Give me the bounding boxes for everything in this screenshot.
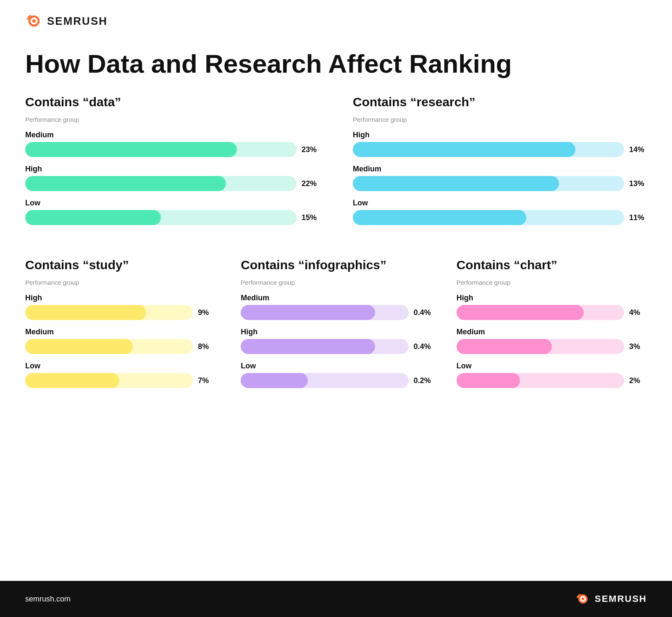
bar-value: 3% (629, 342, 647, 351)
section-data: Contains “data” Performance group Medium… (25, 95, 319, 233)
top-row: Contains “data” Performance group Medium… (25, 95, 647, 233)
bar-fill (25, 176, 226, 191)
bar-row-research-medium: Medium 13% (353, 165, 647, 191)
bar-track (457, 305, 624, 320)
bar-row-research-low: Low 11% (353, 199, 647, 225)
bar-value: 9% (198, 308, 215, 317)
page-title: How Data and Research Affect Ranking (25, 50, 647, 78)
footer-url: semrush.com (25, 595, 71, 604)
bar-label: High (353, 131, 647, 139)
bar-container: 9% (25, 305, 215, 320)
page-wrapper: SEMRUSH How Data and Research Affect Ran… (0, 0, 672, 617)
bar-value: 0.2% (414, 376, 431, 385)
bar-row-chart-high: High 4% (457, 294, 647, 320)
bar-row-chart-low: Low 2% (457, 362, 647, 388)
bar-value: 2% (629, 376, 647, 385)
bar-row-infographics-medium: Medium 0.4% (241, 294, 431, 320)
logo-text: SEMRUSH (47, 15, 108, 28)
bar-track (241, 305, 408, 320)
bar-track (457, 373, 624, 388)
bar-fill (241, 373, 308, 388)
bar-row-data-high: High 22% (25, 165, 319, 191)
bar-fill (241, 339, 375, 354)
bar-container: 14% (353, 142, 647, 157)
header: SEMRUSH (0, 0, 672, 37)
bar-label: Low (25, 199, 319, 207)
section-chart-title: Contains “chart” (457, 258, 647, 272)
bar-track (353, 142, 624, 157)
section-chart-perf-label: Performance group (457, 279, 647, 286)
bar-container: 0.4% (241, 305, 431, 320)
bar-value: 7% (198, 376, 215, 385)
section-study-perf-label: Performance group (25, 279, 215, 286)
bar-container: 15% (25, 210, 319, 225)
bar-row-data-medium: Medium 23% (25, 131, 319, 157)
bar-row-data-low: Low 15% (25, 199, 319, 225)
bar-container: 13% (353, 176, 647, 191)
bar-container: 7% (25, 373, 215, 388)
bar-fill (241, 305, 375, 320)
bar-container: 2% (457, 373, 647, 388)
bar-fill (25, 339, 133, 354)
main-title-section: How Data and Research Affect Ranking (0, 37, 672, 95)
bar-fill (25, 305, 146, 320)
bar-fill (25, 373, 119, 388)
bottom-row: Contains “study” Performance group High … (25, 258, 647, 396)
bar-track (241, 373, 408, 388)
bar-track (457, 339, 624, 354)
bar-track (25, 176, 297, 191)
logo: SEMRUSH (25, 13, 647, 29)
bar-row-study-medium: Medium 8% (25, 328, 215, 354)
footer-logo-text: SEMRUSH (595, 593, 647, 604)
bar-container: 4% (457, 305, 647, 320)
bar-track (353, 210, 624, 225)
bar-track (241, 339, 408, 354)
bar-fill (353, 210, 526, 225)
bar-value: 23% (302, 145, 319, 154)
bar-value: 0.4% (414, 308, 431, 317)
section-data-title: Contains “data” (25, 95, 319, 109)
bar-track (25, 305, 193, 320)
section-research-perf-label: Performance group (353, 116, 647, 123)
bar-track (25, 142, 297, 157)
section-research: Contains “research” Performance group Hi… (353, 95, 647, 233)
bar-value: 4% (629, 308, 647, 317)
bar-fill (25, 142, 237, 157)
bar-value: 14% (629, 145, 647, 154)
bar-row-infographics-high: High 0.4% (241, 328, 431, 354)
bar-row-research-high: High 14% (353, 131, 647, 157)
bar-row-study-low: Low 7% (25, 362, 215, 388)
bar-track (25, 373, 193, 388)
bar-row-study-high: High 9% (25, 294, 215, 320)
bar-fill (353, 142, 575, 157)
bar-container: 8% (25, 339, 215, 354)
bar-track (353, 176, 624, 191)
bar-container: 0.4% (241, 339, 431, 354)
bar-fill (457, 339, 552, 354)
bar-label: High (25, 165, 319, 173)
bar-value: 13% (629, 179, 647, 188)
bar-container: 0.2% (241, 373, 431, 388)
bar-container: 11% (353, 210, 647, 225)
bar-fill (25, 210, 161, 225)
bar-label: Medium (353, 165, 647, 173)
section-research-title: Contains “research” (353, 95, 647, 109)
bar-container: 23% (25, 142, 319, 157)
footer-semrush-logo-icon (575, 593, 591, 605)
bar-label: High (241, 328, 431, 336)
bar-value: 15% (302, 213, 319, 222)
bar-value: 0.4% (414, 342, 431, 351)
bar-label: Low (241, 362, 431, 370)
bar-label: Low (353, 199, 647, 207)
bar-fill (457, 305, 584, 320)
bar-label: Low (457, 362, 647, 370)
bar-label: Medium (457, 328, 647, 336)
bar-label: High (25, 294, 215, 302)
content-area: Contains “data” Performance group Medium… (0, 95, 672, 581)
bar-track (25, 339, 193, 354)
bar-label: Medium (25, 328, 215, 336)
section-data-perf-label: Performance group (25, 116, 319, 123)
bar-fill (353, 176, 559, 191)
svg-point-5 (581, 597, 584, 600)
bar-label: High (457, 294, 647, 302)
